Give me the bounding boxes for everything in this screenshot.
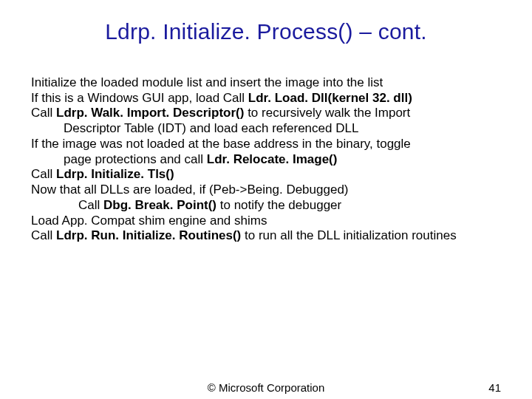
copyright-text: © Microsoft Corporation — [208, 381, 325, 394]
body-line-1: Initialize the loaded module list and in… — [31, 75, 501, 91]
body-line-8: Call Ldrp. Run. Initialize. Routines() t… — [31, 228, 501, 244]
text-segment: page protections and call — [64, 152, 207, 166]
code-ref: Dbg. Break. Point() — [103, 198, 216, 212]
text-segment: Call — [31, 106, 56, 120]
body-line-7: Load App. Compat shim engine and shims — [31, 214, 501, 229]
body-line-6-cont: Call Dbg. Break. Point() to notify the d… — [31, 198, 501, 214]
text-segment: to notify the debugger — [216, 198, 341, 212]
body-line-2: If this is a Windows GUI app, load Call … — [31, 91, 501, 106]
body-line-3-cont: Descriptor Table (IDT) and load each ref… — [31, 121, 501, 137]
text-segment: Call — [78, 198, 103, 212]
text-segment: to recursively walk the Import — [244, 106, 410, 120]
page-number: 41 — [488, 381, 501, 394]
code-ref: Ldr. Relocate. Image() — [207, 152, 338, 166]
code-ref: Ldrp. Walk. Import. Descriptor() — [56, 106, 244, 120]
text-segment: If this is a Windows GUI app, load Call — [31, 91, 248, 105]
body-line-4-cont: page protections and call Ldr. Relocate.… — [31, 152, 501, 168]
body-line-5: Call Ldrp. Initialize. Tls() — [31, 167, 501, 183]
body-line-6: Now that all DLLs are loaded, if (Peb->B… — [31, 183, 501, 198]
slide-title: Ldrp. Initialize. Process() – cont. — [30, 19, 502, 44]
slide: Ldrp. Initialize. Process() – cont. Init… — [0, 0, 532, 399]
text-segment: to run all the DLL initialization routin… — [241, 228, 456, 242]
body-line-3: Call Ldrp. Walk. Import. Descriptor() to… — [31, 106, 501, 121]
code-ref: Ldrp. Initialize. Tls() — [56, 167, 174, 181]
code-ref: Ldrp. Run. Initialize. Routines() — [56, 228, 241, 242]
slide-body: Initialize the loaded module list and in… — [30, 75, 502, 244]
text-segment: Call — [31, 167, 56, 181]
code-ref: Ldr. Load. Dll(kernel 32. dll) — [248, 91, 412, 105]
body-line-4: If the image was not loaded at the base … — [31, 137, 501, 152]
text-segment: Call — [31, 228, 56, 242]
